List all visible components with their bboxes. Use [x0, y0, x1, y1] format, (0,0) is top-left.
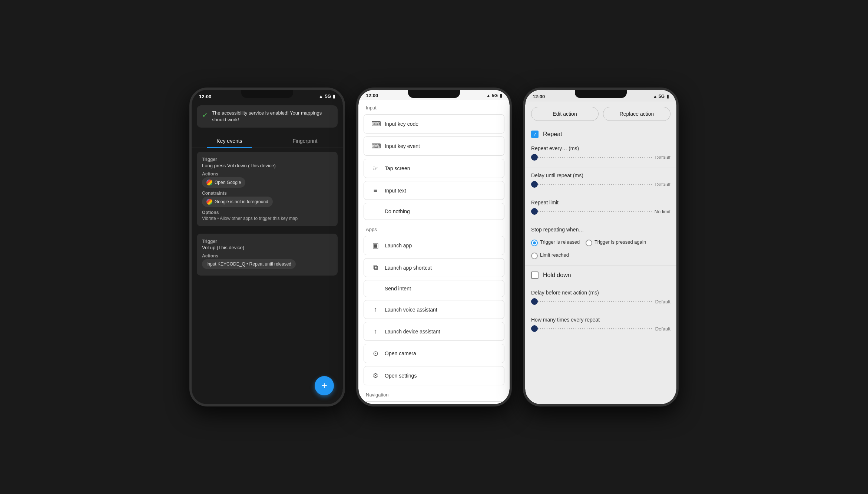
shortcut-icon: ⧉: [371, 264, 380, 271]
trigger-value-1: Long press Vol down (This device): [202, 163, 332, 168]
mapping-card-1: Trigger Long press Vol down (This device…: [197, 152, 338, 226]
radio-label-2: Trigger is pressed again: [594, 239, 646, 245]
trigger-value-2: Vol up (This device): [202, 245, 332, 250]
list-item-input-key-event[interactable]: ⌨ Input key event: [364, 136, 504, 156]
radio-label-3: Limit reached: [540, 252, 569, 258]
status-bar-1: 12:00 ▲ 5G ▮: [192, 90, 343, 102]
status-time-1: 12:00: [199, 94, 211, 99]
repeat-limit-value: No limit: [655, 209, 670, 214]
action-buttons-row: Edit action Replace action: [531, 107, 670, 121]
options-label-1: Options: [202, 210, 332, 215]
signal-icon-3: ▲ 5G: [653, 94, 665, 99]
list-item-device-assistant[interactable]: ↑ Launch device assistant: [364, 322, 504, 341]
delay-next-label: Delay before next action (ms): [531, 290, 670, 296]
how-many-slider[interactable]: Default: [531, 325, 670, 332]
delay-repeat-group: Delay until repeat (ms) Default: [525, 169, 676, 193]
delay-repeat-value: Default: [655, 182, 670, 187]
settings-icon: ⚙: [371, 372, 380, 380]
replace-action-button[interactable]: Replace action: [603, 107, 670, 121]
radio-circle-2: [586, 240, 592, 246]
repeat-checkbox-row: ✓ Repeat: [525, 126, 676, 142]
action-chip-1[interactable]: Open Google: [202, 177, 245, 188]
status-time-2: 12:00: [366, 93, 378, 98]
repeat-label: Repeat: [543, 131, 562, 138]
list-item-expand-notification[interactable]: ▽ Expand notification drawer: [364, 401, 504, 404]
delay-next-value: Default: [655, 299, 670, 304]
radio-group-stop: Trigger is released Trigger is pressed a…: [525, 236, 676, 264]
battery-icon-3: ▮: [666, 94, 669, 99]
device-icon: ↑: [371, 327, 380, 335]
repeat-every-slider[interactable]: Default: [531, 154, 670, 161]
section-apps-header: Apps: [358, 221, 510, 234]
list-item-voice-assistant[interactable]: ↑ Launch voice assistant: [364, 300, 504, 319]
phone-screen-2: 12:00 ▲ 5G ▮ Input ⌨ Input key code ⌨ In…: [358, 90, 510, 404]
notification-banner: ✓ The accessibility service is enabled! …: [197, 105, 338, 128]
constraint-chip-1[interactable]: Google is not in foreground: [202, 197, 273, 207]
status-icons-1: ▲ 5G ▮: [319, 94, 335, 99]
radio-circle-1: [531, 240, 538, 246]
radio-trigger-released[interactable]: Trigger is released: [531, 239, 580, 246]
phone-screen-1: 12:00 ▲ 5G ▮ ✓ The accessibility service…: [192, 90, 343, 404]
repeat-every-value: Default: [655, 155, 670, 160]
repeat-limit-slider[interactable]: No limit: [531, 208, 670, 215]
keyboard-icon-2: ⌨: [371, 142, 380, 150]
google-icon-c: [206, 199, 212, 205]
phone-frame-2: 12:00 ▲ 5G ▮ Input ⌨ Input key code ⌨ In…: [356, 88, 512, 406]
tab-key-events[interactable]: Key events: [192, 134, 267, 148]
list-item-input-text[interactable]: ≡ Input text: [364, 181, 504, 200]
battery-icon-1: ▮: [333, 94, 335, 99]
hold-down-row: Hold down: [525, 267, 676, 283]
voice-icon: ↑: [371, 306, 380, 313]
how-many-label: How many times every repeat: [531, 317, 670, 323]
actions-label-2: Actions: [202, 253, 332, 258]
status-bar-3: 12:00 ▲ 5G ▮: [525, 90, 676, 102]
delay-repeat-slider[interactable]: Default: [531, 181, 670, 188]
check-icon: ✓: [202, 111, 208, 119]
radio-trigger-pressed[interactable]: Trigger is pressed again: [586, 239, 646, 246]
phone-frame-1: 12:00 ▲ 5G ▮ ✓ The accessibility service…: [189, 88, 345, 406]
screen1-content: 12:00 ▲ 5G ▮ ✓ The accessibility service…: [192, 90, 343, 404]
list-item-launch-app[interactable]: ▣ Launch app: [364, 236, 504, 255]
radio-label-1: Trigger is released: [540, 239, 580, 245]
status-icons-2: ▲ 5G ▮: [486, 93, 502, 98]
action-chip-2[interactable]: Input KEYCODE_Q • Repeat until released: [202, 259, 296, 269]
app-icon: ▣: [371, 241, 380, 250]
mapping-card-2: Trigger Vol up (This device) Actions Inp…: [197, 234, 338, 276]
repeat-limit-label: Repeat limit: [531, 200, 670, 205]
google-icon-1: [206, 180, 212, 185]
stop-repeat-label: Stop repeating when…: [531, 227, 670, 233]
list-item-do-nothing[interactable]: Do nothing: [364, 203, 504, 220]
signal-icon-2: ▲ 5G: [486, 93, 498, 98]
wifi-icon-1: ▲: [319, 94, 323, 99]
how-many-group: How many times every repeat Default: [525, 314, 676, 337]
keyboard-icon-1: ⌨: [371, 120, 380, 128]
radio-circle-3: [531, 253, 538, 259]
repeat-checkbox[interactable]: ✓: [531, 131, 539, 138]
list-item-input-key-code[interactable]: ⌨ Input key code: [364, 114, 504, 134]
tab-fingerprint[interactable]: Fingerprint: [267, 134, 343, 148]
options-value-1: Vibrate • Allow other apps to trigger th…: [202, 216, 332, 221]
list-item-open-camera[interactable]: ⊙ Open camera: [364, 344, 504, 363]
constraints-label-1: Constraints: [202, 191, 332, 196]
list-item-tap-screen[interactable]: ☞ Tap screen: [364, 159, 504, 178]
fab-add-button[interactable]: +: [315, 376, 334, 395]
repeat-limit-group: Repeat limit No limit: [525, 197, 676, 220]
camera-icon: ⊙: [371, 349, 380, 358]
repeat-every-group: Repeat every… (ms) Default: [525, 142, 676, 166]
delay-next-slider[interactable]: Default: [531, 298, 670, 305]
hold-down-label: Hold down: [543, 272, 571, 279]
edit-action-button[interactable]: Edit action: [531, 107, 599, 121]
delay-repeat-label: Delay until repeat (ms): [531, 172, 670, 178]
trigger-label-2: Trigger: [202, 239, 332, 244]
list-item-send-intent[interactable]: Send intent: [364, 280, 504, 297]
text-icon: ≡: [371, 187, 380, 194]
list-item-launch-app-shortcut[interactable]: ⧉ Launch app shortcut: [364, 258, 504, 277]
signal-1: 5G: [325, 94, 331, 99]
status-icons-3: ▲ 5G ▮: [653, 94, 669, 99]
hold-down-checkbox[interactable]: [531, 271, 539, 279]
radio-limit-reached[interactable]: Limit reached: [531, 252, 569, 259]
notification-text: The accessibility service is enabled! Yo…: [212, 110, 332, 123]
trigger-label-1: Trigger: [202, 157, 332, 162]
list-item-open-settings[interactable]: ⚙ Open settings: [364, 366, 504, 385]
repeat-every-label: Repeat every… (ms): [531, 145, 670, 151]
